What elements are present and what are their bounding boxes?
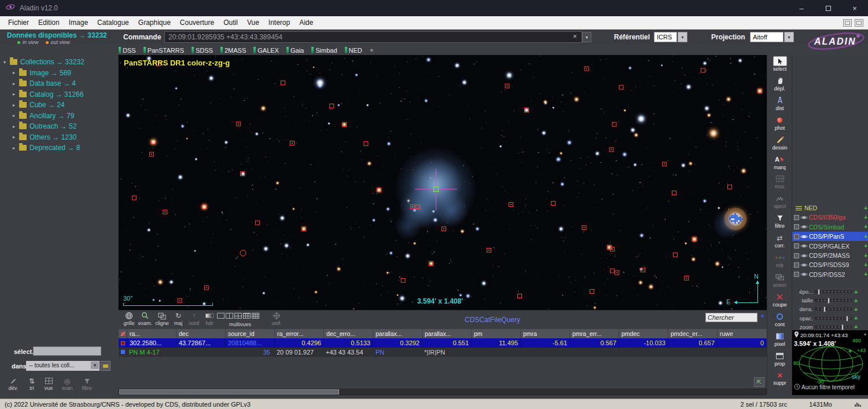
slider-thumb[interactable] (823, 306, 826, 312)
cell[interactable]: 0.567 (569, 338, 619, 348)
menu-interop[interactable]: Interop (264, 19, 295, 27)
referential-select[interactable]: ICRS (654, 32, 677, 42)
tab-2mass[interactable]: 2MASS (220, 47, 246, 54)
command-clear-icon[interactable]: × (573, 32, 577, 41)
tool-select[interactable]: select (767, 56, 792, 72)
tree-item-database[interactable]: ▸Data base → 4 (0, 78, 118, 89)
expand-icon[interactable]: ▸ (13, 70, 19, 75)
view-1-button[interactable] (217, 313, 225, 319)
scan-tool[interactable]: ◎ scan (58, 377, 76, 391)
stack-plane-gaia[interactable]: CDS/I/350/ga + (792, 213, 868, 222)
tab-galex[interactable]: GALEX (253, 47, 279, 54)
view-16-button[interactable] (252, 313, 259, 319)
available-data-label[interactable]: Données disponibles → 33232 (7, 31, 107, 39)
menu-catalogue[interactable]: Catalogue (93, 19, 134, 27)
plane-expand-icon[interactable]: + (864, 205, 867, 211)
tool-contour[interactable]: cont (767, 312, 792, 327)
external-window-icon[interactable] (855, 19, 863, 27)
column-header[interactable]: pmra_err... (569, 329, 619, 338)
selection-filter-input[interactable] (33, 346, 101, 356)
north-tool[interactable]: ↑ nord (186, 312, 202, 326)
maximize-button[interactable] (815, 0, 841, 16)
cell[interactable]: 0 (717, 338, 766, 348)
plane-expand-icon[interactable]: + (864, 224, 867, 230)
tree-item-cube[interactable]: ▸Cube → 24 (0, 100, 118, 111)
dropdown-arrow-icon[interactable]: ▼ (91, 361, 99, 369)
tree-item-image[interactable]: ▸Image → 569 (0, 68, 118, 79)
referential-dropdown-icon[interactable]: ▾ (678, 32, 687, 42)
slider-plus-button[interactable]: + (854, 297, 858, 304)
menu-aide[interactable]: Aide (295, 19, 318, 27)
slider-thumb[interactable] (841, 324, 844, 330)
tree-item-others[interactable]: ▸Others → 1230 (0, 132, 118, 143)
stack-plane-dss2[interactable]: CDS/P/DSS2 + (792, 270, 868, 279)
tab-dss[interactable]: DSS (119, 47, 136, 54)
slider-size[interactable]: taille + (792, 296, 868, 305)
plane-expand-icon[interactable]: + (864, 253, 867, 259)
tool-pan[interactable]: dépl. (767, 76, 792, 92)
expand-icon[interactable]: ▸ (13, 145, 19, 151)
tool-properties[interactable]: prop (767, 351, 792, 367)
menu-vue[interactable]: Vue (242, 19, 264, 27)
slider-density[interactable]: dens. + (792, 305, 868, 313)
expand-icon[interactable]: ▾ (3, 60, 10, 65)
plane-checkbox[interactable] (794, 243, 799, 249)
cell-ra[interactable]: 20 09 01.927 (277, 348, 314, 357)
cell[interactable]: 0.657 (668, 338, 717, 348)
slider-plus-button[interactable]: + (854, 315, 858, 322)
detach-window-icon[interactable] (843, 19, 852, 27)
plane-expand-icon[interactable]: + (864, 233, 867, 240)
expand-icon[interactable]: ▸ (13, 103, 19, 108)
unfold-tool[interactable]: dév. (5, 377, 22, 391)
slider-track[interactable] (815, 290, 852, 293)
column-header[interactable]: source_id (225, 329, 274, 338)
tool-filter[interactable]: filtre (767, 213, 792, 229)
tree-item-catalog[interactable]: ▸Catalog → 31266 (0, 89, 118, 100)
slider-track[interactable] (815, 308, 852, 311)
expand-icon[interactable]: ▸ (13, 124, 19, 129)
tool-rgb[interactable]: rvb (767, 253, 792, 268)
tool-delete[interactable]: × suppr (767, 370, 792, 386)
tool-cut[interactable]: coupe (767, 292, 792, 308)
stack-plane-ned[interactable]: NED + (792, 203, 868, 213)
expand-icon[interactable]: ▸ (13, 134, 19, 140)
plane-expand-icon[interactable]: + (864, 214, 867, 221)
view-columns-tool[interactable]: vue (41, 377, 57, 391)
slider-opacity[interactable]: opac. + (792, 314, 868, 323)
slider-track[interactable] (815, 326, 852, 328)
plane-checkbox[interactable] (794, 262, 799, 268)
column-header[interactable]: parallax... (373, 329, 422, 338)
menu-outil[interactable]: Outil (219, 19, 242, 27)
tool-tag[interactable]: A marq (767, 155, 792, 170)
view-2-button[interactable] (226, 313, 233, 319)
tree-item-ancillary[interactable]: ▸Ancillary → 79 (0, 111, 118, 122)
tool-moc[interactable]: moc (767, 174, 792, 189)
plane-checkbox[interactable] (794, 224, 799, 229)
sort-tool[interactable]: ⇅ tri (24, 377, 39, 391)
slider-track[interactable] (815, 317, 852, 320)
menu-fichier[interactable]: Fichier (3, 19, 34, 27)
projection-select[interactable]: Aitoff (750, 32, 784, 42)
hdr-tool[interactable]: hdr (201, 312, 218, 326)
slider-thumb[interactable] (846, 316, 848, 322)
scrollbar-thumb[interactable] (119, 389, 339, 395)
slider-epoch[interactable]: épo... + (792, 287, 868, 296)
stack-plane-galex[interactable]: CDS/P/GALEX + (792, 242, 868, 251)
tool-spectrum[interactable]: spect (767, 193, 792, 209)
tool-pixel[interactable]: pixel (767, 331, 792, 347)
column-header[interactable]: dec (176, 329, 225, 338)
plane-expand-icon[interactable]: + (864, 271, 867, 277)
stack-plane-simbad[interactable]: CDS/Simbad + (792, 222, 868, 232)
filter-tool[interactable]: filtre (78, 377, 96, 391)
search-input[interactable] (705, 313, 757, 322)
tab-ned[interactable]: NED (345, 47, 362, 54)
refresh-tool[interactable]: ↻ maj (171, 312, 186, 326)
projection-dropdown-icon[interactable]: ▾ (784, 32, 794, 42)
stack-plane-2mass[interactable]: CDS/P/2MASS + (792, 251, 868, 260)
cell-id[interactable]: 35 (225, 348, 270, 357)
tab-gaia[interactable]: Gaia (286, 47, 304, 54)
column-header[interactable]: dec_erro... (323, 329, 373, 338)
cell[interactable]: -5.61 (520, 338, 569, 348)
cell[interactable]: 11.495 (471, 338, 520, 348)
plane-checkbox[interactable] (794, 272, 799, 277)
